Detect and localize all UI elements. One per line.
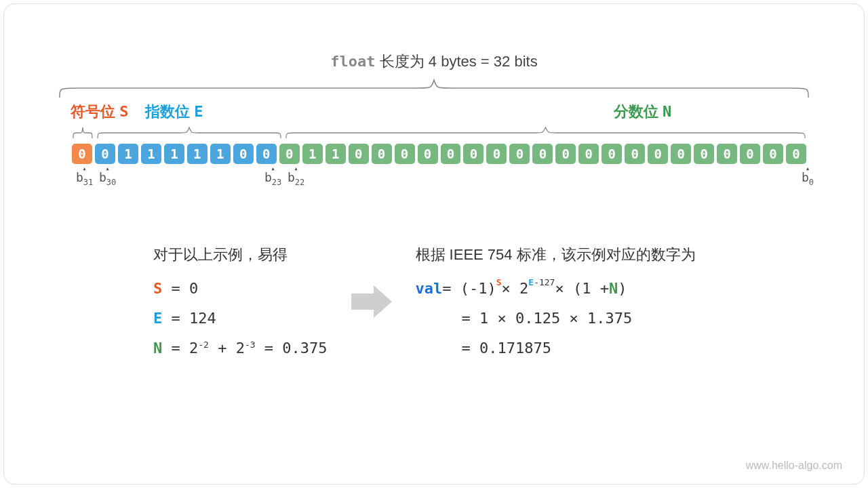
bit-frac: 1: [301, 142, 324, 165]
title-keyword: float: [330, 53, 375, 70]
bit-frac: 0: [508, 142, 531, 165]
bit-frac: 0: [692, 142, 715, 165]
bit-frac: 0: [623, 142, 646, 165]
bit-frac: 0: [462, 142, 485, 165]
bit-frac: 1: [324, 142, 347, 165]
equations: 对于以上示例，易得 S = 0 E = 124 N = 2-2 + 2-3 = …: [153, 240, 769, 363]
bit-frac: 0: [370, 142, 393, 165]
bit-exp: 0: [94, 142, 117, 165]
eq-val-1: val = (-1)S × 2E-127 × (1 + N): [416, 274, 696, 304]
bit-frac: 0: [347, 142, 370, 165]
title-text: 长度为 4 bytes = 32 bits: [376, 53, 538, 70]
idx-b23: ▴b23: [264, 167, 281, 189]
bit-frac: 0: [738, 142, 762, 165]
idx-b31: ▴b31: [76, 167, 93, 189]
diagram-frame: float 长度为 4 bytes = 32 bits 符号位 S 指数位 E …: [3, 3, 865, 485]
bit-exp: 1: [209, 142, 232, 165]
label-fraction: 分数位 N: [477, 102, 808, 122]
eq-s: S = 0: [153, 274, 328, 304]
sub-braces: [71, 125, 808, 140]
bit-frac: 0: [577, 142, 600, 165]
bit-frac: 0: [416, 142, 439, 165]
title: float 长度为 4 bytes = 32 bits: [38, 52, 830, 72]
section-labels: 符号位 S 指数位 E 分数位 N: [71, 102, 808, 122]
top-brace: [57, 77, 811, 99]
watermark: www.hello-algo.com: [746, 460, 842, 472]
bit-frac: 0: [278, 142, 301, 165]
bit-frac: 0: [531, 142, 554, 165]
equations-right: 根据 IEEE 754 标准，该示例对应的数字为 val = (-1)S × 2…: [416, 240, 696, 363]
bit-indices: ▴b31 ▴b30 ▴b23 ▴b22 ▴b0: [71, 167, 808, 192]
idx-b22: ▴b22: [288, 167, 304, 189]
eq-val-3: = 0.171875: [416, 333, 696, 363]
bit-frac: 0: [485, 142, 508, 165]
bit-exp: 0: [255, 142, 278, 165]
bit-frac: 0: [646, 142, 669, 165]
brace-sign: [71, 125, 95, 140]
bit-exp: 0: [232, 142, 255, 165]
eq-e: E = 124: [153, 304, 328, 333]
bit-frac: 0: [669, 142, 692, 165]
arrow-icon: [348, 281, 395, 322]
bit-exp: 1: [117, 142, 140, 165]
bit-exp: 1: [163, 142, 186, 165]
bit-sign: 0: [71, 142, 94, 165]
bit-frac: 0: [393, 142, 416, 165]
eq-n: N = 2-2 + 2-3 = 0.375: [153, 333, 328, 363]
eq-right-header: 根据 IEEE 754 标准，该示例对应的数字为: [416, 240, 696, 270]
idx-b0: ▴b0: [802, 167, 814, 189]
bits-row: 00111110001100000000000000000000: [71, 142, 808, 165]
bit-frac: 0: [554, 142, 577, 165]
eq-left-header: 对于以上示例，易得: [153, 240, 328, 270]
bit-frac: 0: [762, 142, 785, 165]
label-sign: 符号位 S: [71, 102, 145, 122]
equations-left: 对于以上示例，易得 S = 0 E = 124 N = 2-2 + 2-3 = …: [153, 240, 328, 363]
label-exponent: 指数位 E: [145, 102, 477, 122]
bit-frac: 0: [715, 142, 738, 165]
eq-val-2: = 1 × 0.125 × 1.375: [416, 304, 696, 333]
bit-frac: 0: [600, 142, 623, 165]
idx-b30: ▴b30: [99, 167, 116, 189]
bit-frac: 0: [785, 142, 808, 165]
bit-exp: 1: [140, 142, 163, 165]
brace-exponent: [95, 125, 283, 140]
brace-fraction: [283, 125, 808, 140]
bit-exp: 1: [186, 142, 209, 165]
bit-frac: 0: [439, 142, 462, 165]
